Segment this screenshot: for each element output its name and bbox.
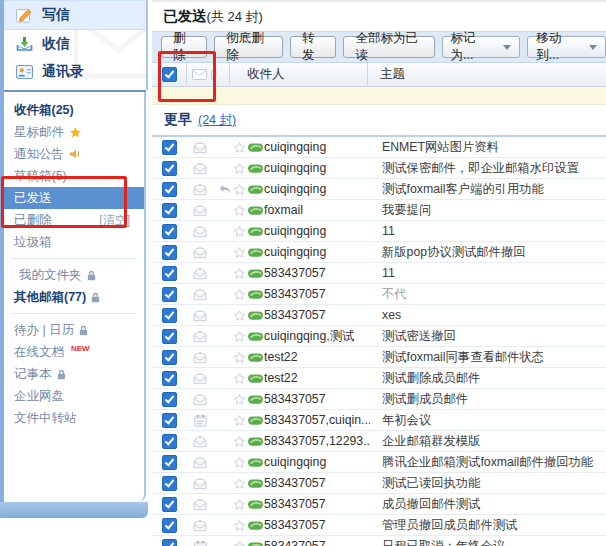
mail-row[interactable]: test22测试foxmail同事查看邮件状态: [152, 347, 606, 368]
select-all-checkbox[interactable]: [162, 67, 177, 82]
folder-label: 通知公告: [14, 146, 64, 163]
mail-row[interactable]: 583437057,12293...企业邮箱群发模版: [152, 431, 606, 452]
star-outline-icon[interactable]: [231, 225, 247, 238]
mail-row[interactable]: 583437057日程已取消：年终会议: [152, 536, 606, 546]
mail-row[interactable]: cuiqingqing新版pop协议测试邮件撤回: [152, 242, 606, 263]
sidebar-folder-item[interactable]: 企业网盘: [4, 385, 144, 407]
star-outline-icon[interactable]: [231, 498, 247, 511]
sidebar-folder-item[interactable]: 通知公告: [4, 143, 144, 165]
row-checkbox[interactable]: [162, 329, 177, 344]
sidebar-action-label: 通讯录: [42, 63, 84, 81]
sidebar-folder-item[interactable]: 待办 | 日历: [4, 319, 144, 341]
toolbar-button-3[interactable]: 全部标为已读: [343, 36, 434, 58]
toolbar-button-1[interactable]: 彻底删除: [214, 36, 283, 58]
row-checkbox[interactable]: [162, 539, 177, 546]
sidebar-action-receive[interactable]: 收信: [4, 30, 146, 58]
star-outline-icon[interactable]: [231, 372, 247, 385]
star-outline-icon[interactable]: [231, 456, 247, 469]
row-checkbox[interactable]: [162, 392, 177, 407]
star-outline-icon[interactable]: [231, 162, 247, 175]
sidebar-folder-item[interactable]: 草稿箱(5): [4, 165, 144, 187]
sidebar-folder-item[interactable]: 文件中转站: [4, 407, 144, 429]
sidebar-folder-item[interactable]: 已删除[清空]: [4, 209, 144, 231]
sidebar-folder-item[interactable]: 在线文档NEW: [4, 341, 144, 363]
row-checkbox[interactable]: [162, 518, 177, 533]
folder-label: 星标邮件: [14, 124, 64, 141]
row-checkbox[interactable]: [162, 371, 177, 386]
row-checkbox[interactable]: [162, 455, 177, 470]
star-outline-icon[interactable]: [231, 540, 247, 546]
toolbar-dropdown-1[interactable]: 移动到...: [527, 36, 606, 58]
toolbar-button-0[interactable]: 删除: [161, 36, 207, 58]
mail-row[interactable]: cuiqingqing腾讯企业邮箱测试foxmail邮件撤回功能: [152, 452, 606, 473]
star-outline-icon[interactable]: [231, 246, 247, 259]
folder-label: 已删除: [14, 212, 52, 229]
mail-row[interactable]: 583437057,cuiqin...年初会议: [152, 410, 606, 431]
star-outline-icon[interactable]: [231, 204, 247, 217]
header-icons-cell: [187, 63, 230, 86]
row-checkbox[interactable]: [162, 308, 177, 323]
star-outline-icon[interactable]: [231, 477, 247, 490]
mail-row[interactable]: cuiqingqingENMET网站图片资料: [152, 137, 606, 158]
mail-row[interactable]: 583437057测试已读回执功能: [152, 473, 606, 494]
row-checkbox[interactable]: [162, 287, 177, 302]
row-checkbox[interactable]: [162, 434, 177, 449]
row-checkbox[interactable]: [162, 182, 177, 197]
mail-row[interactable]: cuiqingqing测试保密邮件，即企业邮箱水印设置: [152, 158, 606, 179]
mail-row[interactable]: 583437057成员撤回邮件测试: [152, 494, 606, 515]
row-checkbox[interactable]: [162, 350, 177, 365]
sidebar-folder-item[interactable]: 已发送: [4, 187, 144, 209]
star-outline-icon[interactable]: [231, 435, 247, 448]
mail-row[interactable]: 583437057测试删成员邮件: [152, 389, 606, 410]
sidebar-action-contacts[interactable]: 通讯录: [4, 58, 146, 86]
star-outline-icon[interactable]: [231, 330, 247, 343]
sidebar-folder-item[interactable]: 记事本: [4, 363, 144, 385]
group-count-link[interactable]: (24 封): [198, 112, 236, 129]
sidebar-action-compose[interactable]: 写信: [4, 0, 146, 30]
star-outline-icon[interactable]: [231, 393, 247, 406]
row-checkbox[interactable]: [162, 413, 177, 428]
star-outline-icon[interactable]: [231, 288, 247, 301]
star-outline-icon[interactable]: [231, 141, 247, 154]
sidebar-folder-item[interactable]: 星标邮件: [4, 121, 144, 143]
mail-row[interactable]: 583437057不代: [152, 284, 606, 305]
star-outline-icon[interactable]: [231, 519, 247, 532]
empty-folder-link[interactable]: [清空]: [99, 212, 130, 229]
row-checkbox[interactable]: [162, 497, 177, 512]
page-title: 已发送(共 24 封): [152, 2, 606, 31]
paperclip-icon[interactable]: [210, 68, 218, 81]
star-outline-icon[interactable]: [231, 414, 247, 427]
star-outline-icon[interactable]: [231, 267, 247, 280]
row-subject: 11: [370, 266, 606, 280]
mail-row[interactable]: cuiqingqing测试foxmail客户端的引用功能: [152, 179, 606, 200]
mail-row[interactable]: test22测试删除成员邮件: [152, 368, 606, 389]
mail-open-icon: [187, 162, 213, 175]
mail-row[interactable]: cuiqingqing11: [152, 221, 606, 242]
toolbar-dropdown-0[interactable]: 标记为...: [442, 36, 521, 58]
row-checkbox[interactable]: [162, 476, 177, 491]
row-checkbox[interactable]: [162, 203, 177, 218]
row-checkbox[interactable]: [162, 224, 177, 239]
sidebar-folder-item[interactable]: 收件箱(25): [4, 99, 144, 121]
sidebar-folder-item[interactable]: 我的文件夹: [4, 264, 144, 286]
sidebar-folder-item[interactable]: 其他邮箱(77): [4, 286, 144, 308]
star-outline-icon[interactable]: [231, 351, 247, 364]
star-outline-icon[interactable]: [231, 183, 247, 196]
row-checkbox[interactable]: [162, 266, 177, 281]
mail-row[interactable]: 58343705711: [152, 263, 606, 284]
mail-closed-icon[interactable]: [192, 69, 207, 80]
row-checkbox[interactable]: [162, 140, 177, 155]
row-subject: 管理员撤回成员邮件测试: [370, 517, 606, 534]
mail-row[interactable]: 583437057xes: [152, 305, 606, 326]
star-outline-icon[interactable]: [231, 309, 247, 322]
sidebar-folder-item[interactable]: 垃圾箱: [4, 231, 144, 253]
row-checkbox[interactable]: [162, 161, 177, 176]
toolbar-button-2[interactable]: 转发: [290, 36, 336, 58]
mail-row[interactable]: foxmail我要提问: [152, 200, 606, 221]
mail-row[interactable]: cuiqingqing,测试测试密送撤回: [152, 326, 606, 347]
row-subject: 企业邮箱群发模版: [370, 433, 606, 450]
green-verified-icon: [247, 541, 264, 546]
row-checkbox[interactable]: [162, 245, 177, 260]
mail-app: 写信收信通讯录 收件箱(25)星标邮件通知公告草稿箱(5)已发送已删除[清空]垃…: [0, 0, 606, 546]
mail-row[interactable]: 583437057管理员撤回成员邮件测试: [152, 515, 606, 536]
